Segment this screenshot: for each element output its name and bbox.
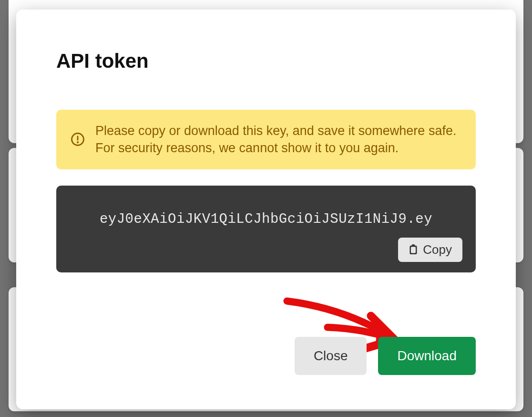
clipboard-icon (409, 244, 418, 255)
download-button[interactable]: Download (378, 337, 476, 375)
svg-point-2 (77, 142, 78, 143)
svg-rect-4 (412, 245, 415, 247)
svg-rect-5 (411, 247, 416, 253)
modal-title: API token (56, 50, 476, 73)
copy-button[interactable]: Copy (398, 238, 462, 262)
warning-banner: Please copy or download this key, and sa… (56, 110, 476, 169)
alert-circle-icon (70, 131, 86, 147)
copy-label: Copy (423, 242, 452, 257)
warning-text: Please copy or download this key, and sa… (95, 122, 462, 157)
download-label: Download (397, 348, 457, 363)
token-display: eyJ0eXAiOiJKV1QiLCJhbGciOiJSUzI1NiJ9.ey … (56, 186, 476, 272)
modal-actions: Close Download (295, 337, 476, 375)
close-label: Close (314, 348, 348, 363)
token-value: eyJ0eXAiOiJKV1QiLCJhbGciOiJSUzI1NiJ9.ey (70, 211, 462, 227)
close-button[interactable]: Close (295, 337, 367, 375)
api-token-modal: API token Please copy or download this k… (16, 10, 516, 409)
